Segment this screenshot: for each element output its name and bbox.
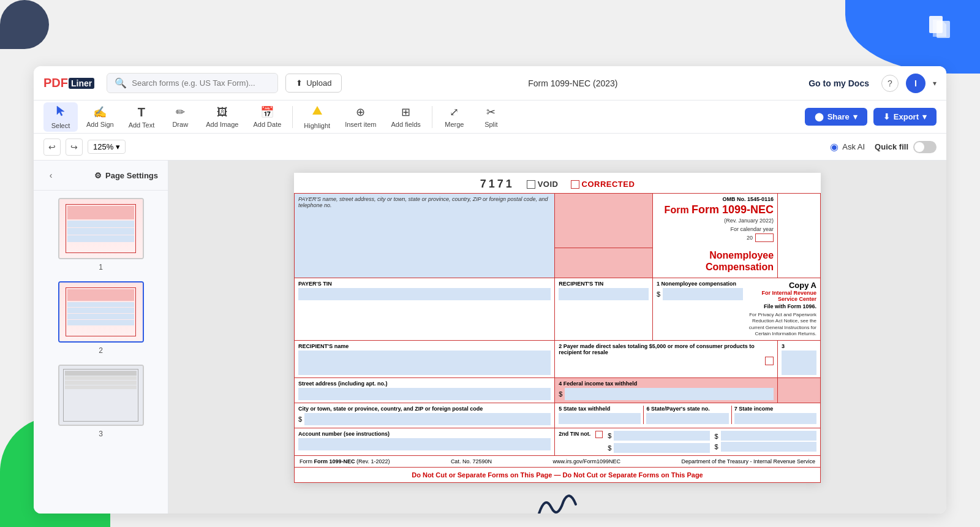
- state3-field[interactable]: [721, 431, 816, 441]
- svg-marker-2: [312, 106, 322, 115]
- year-prefix: 20: [747, 235, 753, 241]
- add-text-tool[interactable]: T Add Text: [123, 103, 161, 131]
- doc-viewer[interactable]: 7171 VOID CORRECTED: [168, 161, 946, 514]
- share-button[interactable]: ⬤ Share ▾: [805, 108, 867, 126]
- field1-value[interactable]: [663, 288, 743, 300]
- omb-no: OMB No. 1545-0116: [657, 196, 774, 202]
- add-sign-tool[interactable]: ✍ Add Sign: [80, 103, 120, 131]
- recipients-tin-field[interactable]: [559, 288, 649, 300]
- state4-field[interactable]: [721, 442, 816, 452]
- dollar-state2: $: [608, 444, 611, 452]
- dollar-city: $: [298, 415, 302, 423]
- form-page: 7171 VOID CORRECTED: [294, 173, 821, 483]
- corrected-checkbox: CORRECTED: [571, 180, 635, 189]
- field3-label: 3: [782, 343, 816, 349]
- recipients-name-label: RECIPIENT'S name: [298, 343, 551, 349]
- dollar-state1: $: [608, 432, 611, 439]
- draw-icon: ✏: [176, 105, 185, 119]
- insert-item-tool[interactable]: ⊕ Insert item: [339, 103, 382, 131]
- page-thumbnail-2[interactable]: 2: [41, 281, 160, 355]
- state2-field[interactable]: [614, 443, 709, 453]
- payers-name-label: PAYER'S name, street address, city or to…: [298, 196, 551, 208]
- add-sign-label: Add Sign: [86, 121, 114, 128]
- page-thumb-img-2: [58, 281, 144, 343]
- left-sidebar: ‹ ⚙ Page Settings: [34, 161, 168, 514]
- add-date-tool[interactable]: 📅 Add Date: [247, 103, 287, 131]
- field3-value[interactable]: [782, 351, 816, 375]
- user-avatar[interactable]: I: [906, 74, 925, 93]
- thumb-form-2: [59, 282, 143, 341]
- field2-label: 2 Payer made direct sales totaling $5,00…: [559, 343, 774, 355]
- search-bar[interactable]: 🔍: [107, 73, 278, 93]
- highlight-tool[interactable]: Highlight: [298, 102, 336, 132]
- field4-value[interactable]: [565, 388, 774, 400]
- share-chevron-icon: ▾: [853, 112, 858, 121]
- recipients-name-field[interactable]: [298, 351, 551, 375]
- export-icon: ⬇: [883, 112, 890, 121]
- field5-value[interactable]: [559, 413, 641, 424]
- street-label: Street address (including apt. no.): [298, 381, 551, 387]
- add-fields-tool[interactable]: ⊞ Add fields: [385, 103, 427, 131]
- rev-date: (Rev. January 2022): [657, 218, 774, 224]
- tin2nd-label: 2nd TIN not.: [559, 431, 590, 437]
- footer-dept: Department of the Treasury - Internal Re…: [681, 458, 815, 464]
- page-thumbnail-1[interactable]: 1: [41, 198, 160, 271]
- city-field[interactable]: [304, 413, 551, 425]
- export-button[interactable]: ⬇ Export ▾: [873, 108, 937, 126]
- year-box: [755, 233, 774, 242]
- search-input[interactable]: [132, 78, 266, 88]
- help-button[interactable]: ?: [881, 75, 899, 92]
- zoom-selector[interactable]: 125% ▾: [88, 140, 126, 154]
- field6-value[interactable]: [646, 413, 728, 424]
- draw-label: Draw: [172, 121, 188, 128]
- zoom-chevron-icon: ▾: [116, 142, 120, 151]
- redo-button[interactable]: ↪: [66, 138, 83, 156]
- search-icon: 🔍: [115, 77, 127, 89]
- insert-icon: ⊕: [356, 105, 365, 119]
- text-icon: T: [138, 105, 145, 119]
- copy-a-label: Copy A: [748, 281, 816, 290]
- recipients-tin-label: RECIPIENT'S TIN: [559, 281, 649, 287]
- field7-value[interactable]: [734, 413, 816, 424]
- select-tool[interactable]: Select: [43, 102, 78, 132]
- export-chevron-icon: ▾: [922, 112, 927, 121]
- street-field[interactable]: [298, 388, 551, 400]
- add-fields-label: Add fields: [391, 121, 421, 128]
- secondary-toolbar: ↩ ↪ 125% ▾ ◉ Ask AI Quick fill: [34, 134, 946, 161]
- footer-form-label: Form Form 1099-NEC (Rev. 1-2022): [300, 458, 390, 464]
- account-field[interactable]: [298, 438, 551, 450]
- upload-label: Upload: [306, 78, 331, 88]
- draw-tool[interactable]: ✏ Draw: [163, 103, 197, 131]
- upload-button[interactable]: ⬆ Upload: [285, 74, 342, 93]
- state1-field[interactable]: [614, 431, 709, 441]
- select-icon: [55, 105, 67, 120]
- ask-ai-area[interactable]: ◉ Ask AI: [830, 141, 865, 153]
- split-label: Split: [484, 121, 497, 128]
- split-tool[interactable]: ✂ Split: [474, 103, 508, 131]
- field4-label: 4 Federal income tax withheld: [559, 381, 774, 387]
- form-barcode: 7171: [480, 178, 514, 191]
- page-thumbnail-3[interactable]: 3: [41, 365, 160, 438]
- quick-fill-toggle[interactable]: [913, 141, 937, 153]
- highlight-icon: [311, 105, 323, 120]
- goto-docs-button[interactable]: Go to my Docs: [804, 75, 874, 92]
- user-menu-chevron-icon[interactable]: ▾: [933, 79, 937, 88]
- add-image-tool[interactable]: 🖼 Add Image: [200, 104, 244, 131]
- sidebar-header: ‹ ⚙ Page Settings: [34, 161, 168, 191]
- toggle-knob: [914, 142, 924, 152]
- decorative-blob-tl: [0, 0, 49, 49]
- tin2nd-checkbox[interactable]: [595, 431, 603, 438]
- quick-fill-area: Quick fill: [875, 141, 937, 153]
- field2-checkbox[interactable]: [765, 357, 774, 365]
- toolbar2-right: ◉ Ask AI Quick fill: [830, 141, 937, 153]
- header-right: Go to my Docs ? I ▾: [804, 74, 937, 93]
- dollar-state3: $: [715, 433, 718, 440]
- undo-button[interactable]: ↩: [43, 138, 61, 156]
- bottom-warning: Do Not Cut or Separate Forms on This Pag…: [294, 468, 821, 483]
- main-content: ‹ ⚙ Page Settings: [34, 161, 946, 514]
- merge-tool[interactable]: ⤢ Merge: [437, 103, 472, 131]
- payers-tin-field[interactable]: [298, 288, 551, 300]
- dollar-state4: $: [715, 443, 718, 450]
- add-date-label: Add Date: [253, 121, 281, 128]
- sidebar-collapse-button[interactable]: ‹: [43, 168, 58, 183]
